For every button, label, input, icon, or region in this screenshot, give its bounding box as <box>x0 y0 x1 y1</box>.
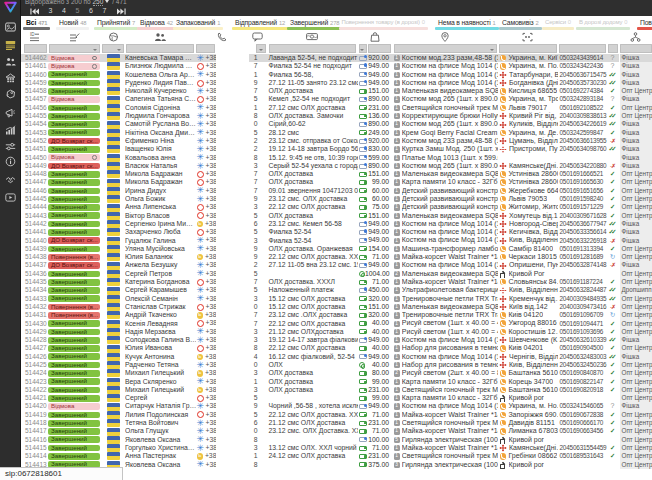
order-row-514424[interactable]: 514424ЗавершенийМихаил Гилецькийlc+383ОЛ… <box>21 369 652 377</box>
tab-3[interactable]: Прийнятий7 <box>94 16 138 30</box>
tab-1[interactable]: Всі471 <box>23 16 50 30</box>
filter-payment-status[interactable] <box>359 44 367 53</box>
filter-input[interactable] <box>394 44 497 53</box>
tracking-number[interactable]: 20450632874148 <box>558 261 607 269</box>
delivery-cell[interactable]: Давидів 81151 <box>498 419 558 427</box>
tracking-number[interactable]: 20450632610339 <box>558 336 607 344</box>
filter-input[interactable] <box>620 44 652 53</box>
sidebar-item-partners[interactable] <box>0 173 21 187</box>
order-row-514451[interactable]: 514451ЗавершенийІващенко Юлія✳+38219.12 … <box>21 145 652 153</box>
delivery-cell[interactable]: Кривий Ріг від, … <box>498 112 558 120</box>
client-name[interactable]: Тетяна Войтович <box>125 419 196 427</box>
order-row-514414[interactable]: 514414ЗавершенийАнна Пастернакlc+38124.1… <box>21 452 652 460</box>
order-status-cell[interactable]: ДО Возврат ск... <box>48 261 102 269</box>
order-row-514446[interactable]: 514446ЗавершенийИрина Дидух✳+38709.01 зв… <box>21 187 652 195</box>
client-name[interactable]: Ирина Дидух <box>125 187 196 195</box>
tracking-number[interactable]: 20400309473416 <box>558 303 607 311</box>
order-row-514440[interactable]: 514440ДО Возврат ск...Гуцалюк Галина✳+38… <box>21 237 652 245</box>
delivery-cell[interactable]: Киів 04201 <box>498 344 558 352</box>
client-name[interactable]: Сапегина Татьяна С… <box>125 95 196 103</box>
filter-input[interactable] <box>608 44 618 53</box>
tracking-number[interactable]: 0501691665630 <box>558 178 607 186</box>
order-comment[interactable]: Сірий,60-62 <box>267 120 358 128</box>
order-comment[interactable]: 13.12 смс ОЛХ. ХХЛ чорний <box>267 444 358 452</box>
tracking-number[interactable]: 0501691281689 <box>558 253 607 261</box>
order-comment[interactable]: ОЛХ доставка <box>267 378 358 386</box>
client-name[interactable]: Близнюк Людмила … <box>125 62 196 70</box>
delivery-cell[interactable]: Ужгород 88016 <box>498 320 558 328</box>
order-status-cell[interactable]: Завершений <box>48 71 102 79</box>
client-name[interactable]: Сергей Петров <box>125 270 196 278</box>
order-row-514456[interactable]: 514456ЗавершенийСоломія Сідоніна✳+38127.… <box>21 104 652 112</box>
tracking-number[interactable]: 20450631554459 <box>558 444 607 452</box>
tracking-number[interactable]: 0501691571229 <box>558 203 607 211</box>
column-header-comment[interactable] <box>249 30 267 43</box>
client-name[interactable]: Нікітіна Оксана Дми… <box>125 129 196 137</box>
order-row-514422[interactable]: 514422ЗавершенийМихаил Гилецькийlc+383ОЛ… <box>21 386 652 394</box>
order-comment[interactable]: 19.12 14-18 завтра Бордо 56-58 <box>267 145 358 153</box>
client-name[interactable]: Кошелева Ольга Ар… <box>125 71 196 79</box>
tab-7[interactable]: Завершений278 <box>287 16 342 30</box>
tracking-number[interactable]: 0501691598240 <box>558 195 607 203</box>
order-status-cell[interactable]: Відмова <box>48 402 102 410</box>
order-row-514448[interactable]: 514448ЗавершенийМикола Бадражан+387ОЛХ д… <box>21 170 652 178</box>
skip-first-icon[interactable] <box>30 8 39 15</box>
order-products-cell[interactable]: 1Карта памяти 10 класс - 32Гб *1… <box>392 178 498 186</box>
sidebar-item-statistics[interactable] <box>0 123 21 137</box>
sidebar-item-video[interactable] <box>0 190 21 204</box>
tracking-number[interactable]: 0501690666170 <box>558 419 607 427</box>
delivery-cell[interactable]: Хомутець від.1 <box>498 212 558 220</box>
order-products-cell[interactable]: 1Куртка Замш Мод. 250 (1шт. x 8… <box>392 145 498 153</box>
order-row-514457[interactable]: 514457ВідмоваСапегина Татьяна С…+385Кеме… <box>21 95 652 103</box>
tracking-number[interactable]: 20450632483003 <box>558 353 607 361</box>
column-header-phone[interactable] <box>196 30 249 43</box>
order-row-514434[interactable]: 514434ЗавершенийСергей Карамышев✳+385Нал… <box>21 286 652 294</box>
tracking-number[interactable]: 0501689531643 <box>558 452 607 460</box>
order-comment[interactable]: Фиалка 52-54 не подходит <box>267 62 358 70</box>
order-status-cell[interactable]: Завершений <box>48 203 102 211</box>
tracking-number[interactable]: 20450633356614 <box>558 228 607 236</box>
delivery-cell[interactable]: Куликів, Відділе… <box>498 120 558 128</box>
column-header-products[interactable] <box>358 30 392 43</box>
order-status-cell[interactable]: Повернення (в... <box>48 303 102 311</box>
order-status-cell[interactable]: ДО Возврат ск... <box>48 162 102 170</box>
tracking-number[interactable]: 0503242893184 <box>558 95 607 103</box>
order-row-514441[interactable]: 514441ЗавершенийЗахарченко Люба+385Фиалк… <box>21 228 652 236</box>
sidebar-item-dashboard[interactable] <box>0 20 21 34</box>
delivery-cell[interactable]: Пристроми, Пу… <box>498 145 558 153</box>
order-products-cell[interactable]: 1Костюм на флисе Мод 1014 (1ш… <box>392 402 498 410</box>
client-name[interactable]: Лилия Подолинская <box>125 411 196 419</box>
order-row-514452[interactable]: 514452ДО Возврат ск...Єфименко Ніна✳+382… <box>21 137 652 145</box>
order-comment[interactable]: 27.12 11-05 вна 23.12 смс. 19… <box>267 261 358 269</box>
delivery-cell[interactable]: Новгород-Сівер… <box>498 220 558 228</box>
order-comment[interactable]: 22.12 смс ОЛХ доставка <box>267 203 358 211</box>
order-status-cell[interactable]: Відмова <box>48 95 102 103</box>
order-status-cell[interactable]: Завершений <box>48 419 102 427</box>
order-products-cell[interactable]: 1Костюм на флисе Мод 1014 (1ш… <box>392 353 498 361</box>
order-row-514445[interactable]: 514445ЗавершенийОльга Божик✳+38923.12 см… <box>21 195 652 203</box>
order-row-514417[interactable]: 514417ЗавершенийОльга Глущук✳+38023.12 с… <box>21 427 652 435</box>
order-products-cell[interactable]: 1Светящийся гоночный трек Ма… <box>392 386 498 394</box>
tracking-number[interactable]: 0501692274384 <box>558 87 607 95</box>
order-products-cell[interactable]: 1Костюм мод.233 разм,48-58 (1… <box>392 54 498 62</box>
order-status-cell[interactable]: Завершений <box>48 336 102 344</box>
order-status-cell[interactable]: Відмова <box>48 62 102 70</box>
order-products-cell[interactable]: 1Светящийся гоночный трек Ма… <box>392 104 498 112</box>
order-status-cell[interactable]: Завершений <box>48 220 102 228</box>
order-row-514458[interactable]: 514458ЗавершенийНиколай Кучеренко✳+387ОЛ… <box>21 87 652 95</box>
order-comment[interactable]: ОЛХ доставка <box>267 170 358 178</box>
tab-4[interactable]: Відмова42 <box>137 16 176 30</box>
order-products-cell[interactable]: 1Маленькая видеокамера SQ8 *… <box>392 303 498 311</box>
client-name[interactable]: Гуцалюк Галина <box>125 237 196 245</box>
delivery-cell[interactable]: Кривой рог <box>498 394 558 402</box>
order-products-cell[interactable]: 3Гирлянда электрическая (100 л… <box>392 461 498 469</box>
tracking-number[interactable] <box>558 154 607 162</box>
client-name[interactable]: Михаил Гилецький <box>125 369 196 377</box>
order-comment[interactable]: 21.12 смс ОЛХ доставка <box>267 419 358 427</box>
order-row-514423[interactable]: 514423ЗавершенийВера Скляренко✳+381ОЛХ д… <box>21 378 652 386</box>
order-status-cell[interactable]: Завершений <box>48 120 102 128</box>
order-comment[interactable]: 23.12 смс. Кемел 56-58 <box>267 220 358 228</box>
order-row-514437[interactable]: 514437ДО Возврат ск...Анжела Безушку✳+38… <box>21 261 652 269</box>
delivery-cell[interactable] <box>498 154 558 162</box>
tracking-number[interactable]: 0501691313394 <box>558 245 607 253</box>
